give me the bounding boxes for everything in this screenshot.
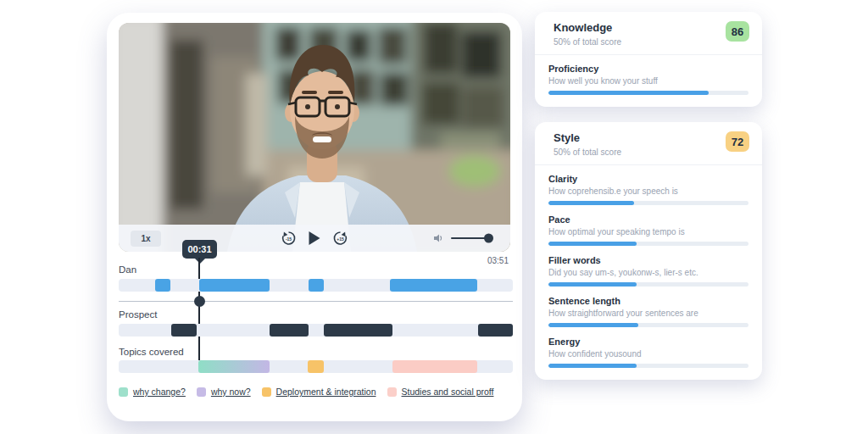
metric-name: Sentence length: [548, 296, 748, 306]
legend-label[interactable]: why now?: [211, 387, 251, 397]
legend-item[interactable]: why now?: [197, 387, 251, 397]
metric-name: Clarity: [548, 174, 748, 184]
metric-description: How straightforward your sentences are: [548, 309, 748, 318]
metric-progress-bar: [548, 201, 748, 205]
metric-progress-bar: [548, 91, 748, 95]
video-player[interactable]: 1x -15 +15: [119, 23, 510, 252]
speaker-track-dan[interactable]: [119, 279, 513, 292]
volume-slider[interactable]: [451, 237, 492, 240]
metric-row: PaceHow optimal your speaking tempo is: [548, 214, 748, 246]
metric-progress-fill: [548, 364, 637, 368]
track-segment[interactable]: [270, 324, 309, 337]
track-segment[interactable]: [392, 360, 477, 373]
track-segment[interactable]: [308, 360, 324, 373]
metric-name: Proficiency: [548, 64, 748, 74]
metric-progress-fill: [548, 323, 638, 327]
svg-text:+15: +15: [337, 236, 344, 242]
track-label-dan: Dan: [119, 264, 136, 275]
legend-item[interactable]: why change?: [119, 387, 186, 397]
track-segment[interactable]: [478, 324, 513, 337]
topics-track[interactable]: [119, 360, 513, 373]
track-segment[interactable]: [324, 324, 392, 337]
playhead-time-badge[interactable]: 00:31: [182, 240, 217, 259]
card-title: Style: [554, 131, 621, 144]
playhead-dot[interactable]: [194, 296, 205, 307]
track-segment[interactable]: [309, 279, 324, 292]
svg-text:-15: -15: [286, 236, 292, 242]
card-subtitle: 50% of total score: [554, 147, 621, 157]
metric-progress-fill: [548, 242, 637, 246]
score-badge: 72: [726, 131, 749, 152]
legend-color-swatch: [119, 387, 128, 397]
metrics-list: ProficiencyHow well you know your stuff: [535, 55, 762, 107]
legend-color-swatch: [197, 387, 206, 397]
legend-color-swatch: [387, 387, 397, 397]
track-segment[interactable]: [171, 324, 197, 337]
track-segment[interactable]: [155, 279, 170, 292]
score-badge: 86: [726, 21, 749, 42]
metric-description: How well you know your stuff: [548, 76, 748, 86]
video-frame-illustration: [119, 23, 510, 252]
metric-progress-bar: [548, 323, 748, 327]
metric-progress-bar: [548, 242, 748, 246]
style-score-card: Style 50% of total score 72 ClarityHow c…: [535, 122, 762, 380]
speaker-track-prospect[interactable]: [119, 324, 513, 337]
playhead-line[interactable]: [198, 258, 200, 373]
metric-description: How coprehensib.e your speech is: [548, 186, 748, 196]
playback-speed-button[interactable]: 1x: [131, 231, 161, 247]
volume-knob[interactable]: [484, 234, 493, 243]
metric-row: ClarityHow coprehensib.e your speech is: [548, 174, 748, 205]
metric-row: Filler wordsDid you say um-s, youkonw-s,…: [548, 255, 748, 287]
metric-row: ProficiencyHow well you know your stuff: [548, 64, 748, 95]
card-subtitle: 50% of total score: [554, 37, 621, 47]
knowledge-score-card: Knowledge 50% of total score 86 Proficie…: [535, 12, 762, 107]
timeline-divider: [119, 301, 513, 302]
legend-item[interactable]: Studies and social proff: [387, 387, 494, 397]
metric-name: Pace: [548, 214, 748, 225]
legend-label[interactable]: why change?: [133, 387, 186, 397]
metric-progress-fill: [548, 91, 709, 95]
metric-description: Did you say um-s, youkonw-s, lier-s etc.: [548, 268, 748, 277]
metric-progress-fill: [548, 201, 634, 205]
legend-color-swatch: [262, 387, 271, 397]
play-icon: [309, 231, 320, 245]
metric-progress-fill: [548, 282, 637, 287]
metric-row: Sentence lengthHow straightforward your …: [548, 296, 748, 327]
track-label-prospect: Prospect: [119, 309, 157, 320]
skip-forward-15-button[interactable]: +15: [332, 230, 349, 247]
legend-label[interactable]: Studies and social proff: [402, 387, 494, 397]
track-segment[interactable]: [390, 279, 477, 292]
card-header: Style 50% of total score 72: [535, 122, 762, 165]
track-segment[interactable]: [199, 279, 270, 292]
video-controls-bar: 1x -15 +15: [119, 225, 510, 252]
metric-name: Filler words: [548, 255, 748, 265]
speaker-icon[interactable]: [432, 232, 444, 244]
card-header: Knowledge 50% of total score 86: [535, 12, 762, 55]
skip-back-15-button[interactable]: -15: [281, 230, 298, 247]
card-title: Knowledge: [554, 21, 621, 34]
total-duration-label: 03:51: [487, 256, 509, 265]
topics-legend: why change?why now?Deployment & integrat…: [119, 387, 510, 397]
metric-name: Energy: [548, 337, 748, 347]
metric-row: EnergyHow confident yousound: [548, 337, 748, 368]
legend-label[interactable]: Deployment & integration: [276, 387, 376, 397]
skip-back-icon: -15: [281, 230, 298, 247]
track-segment[interactable]: [198, 360, 270, 373]
legend-item[interactable]: Deployment & integration: [262, 387, 376, 397]
skip-forward-icon: +15: [332, 230, 349, 247]
track-label-topics: Topics covered: [119, 347, 184, 357]
play-button[interactable]: [309, 231, 320, 245]
metric-description: How optimal your speaking tempo is: [548, 227, 748, 236]
metric-progress-bar: [548, 364, 748, 368]
page-background: { "player": { "speed": "1x", "skip_back"…: [0, 0, 868, 434]
metrics-list: ClarityHow coprehensib.e your speech isP…: [535, 165, 762, 380]
metric-progress-bar: [548, 282, 748, 287]
video-analysis-card: 1x -15 +15: [107, 13, 522, 421]
metric-description: How confident yousound: [548, 349, 748, 359]
